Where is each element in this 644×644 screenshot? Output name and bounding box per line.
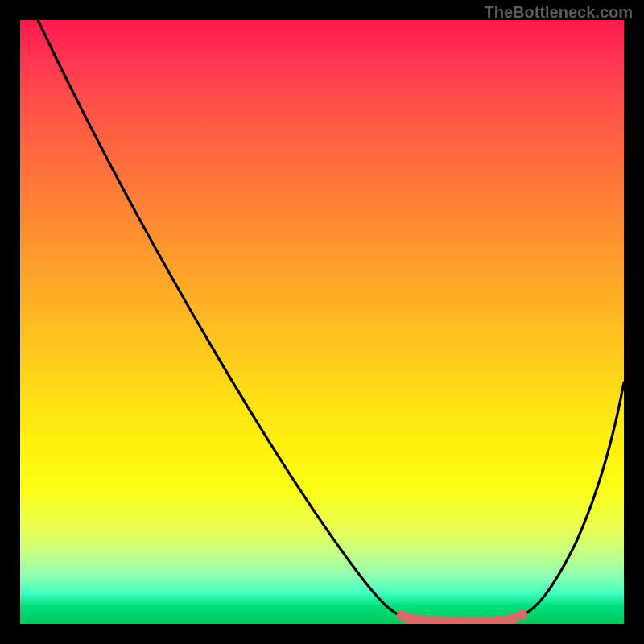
- curve-svg: [20, 20, 624, 624]
- highlight-dot-right: [518, 610, 528, 621]
- highlight-dot-left: [397, 611, 407, 621]
- plot-area: [20, 20, 624, 624]
- chart-container: TheBottleneck.com: [0, 0, 644, 644]
- bottleneck-curve: [38, 20, 624, 623]
- watermark-text: TheBottleneck.com: [485, 3, 633, 22]
- highlight-band: [407, 617, 518, 622]
